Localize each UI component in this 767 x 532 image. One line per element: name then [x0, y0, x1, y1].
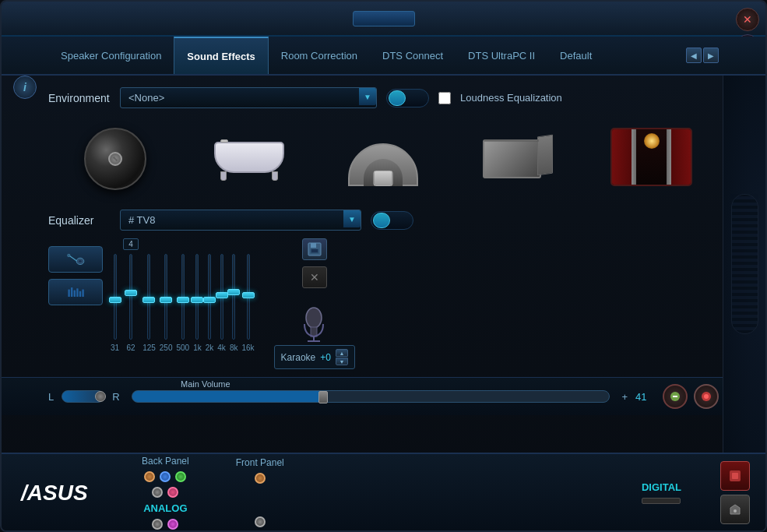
svg-point-24 [734, 509, 737, 513]
back-panel-connectors-top [144, 471, 186, 482]
tab-room-correction[interactable]: Room Correction [269, 37, 370, 74]
asus-logo: /ASUS [17, 475, 118, 509]
front-panel-label: Front Panel [236, 457, 284, 468]
eq-left-buttons [48, 246, 103, 305]
loudness-checkbox[interactable] [438, 92, 451, 104]
back-connector-2[interactable] [160, 471, 171, 482]
bottom-panel: /ASUS Back Panel ANALOG [2, 453, 765, 530]
volume-thumb[interactable] [318, 391, 328, 403]
main-volume-slider[interactable] [132, 390, 610, 403]
eq-slider-500[interactable] [181, 254, 185, 340]
env-icon-vinyl[interactable] [72, 128, 158, 190]
tab-default[interactable]: Default [547, 37, 604, 74]
env-icon-theater[interactable] [609, 128, 695, 190]
environment-row: Environment <None> ▼ Loudness Equalizati… [48, 87, 719, 108]
eq-freq-62: 62 [127, 344, 135, 352]
eq-slider-31[interactable] [114, 254, 117, 340]
eq-save-button[interactable] [302, 238, 327, 260]
karaoke-value: +0 [320, 352, 331, 363]
nav-next-button[interactable]: ▶ [703, 48, 719, 63]
svg-point-1 [79, 259, 83, 262]
content-area: Environment <None> ▼ Loudness Equalizati… [2, 76, 765, 377]
eq-value-62: 4 [123, 238, 139, 250]
eq-freq-2k: 2k [206, 344, 214, 352]
nav-prev-button[interactable]: ◀ [686, 48, 702, 63]
tab-speaker-config[interactable]: Speaker Configuration [48, 37, 174, 74]
eq-band-1k: 1k [193, 254, 202, 352]
karaoke-down-button[interactable]: ▼ [336, 358, 348, 365]
svg-rect-4 [68, 289, 69, 297]
eq-slider-16k[interactable] [247, 254, 250, 340]
tab-dts-connect[interactable]: DTS Connect [370, 37, 456, 74]
back-connector-3[interactable] [175, 471, 186, 482]
right-speaker-decoration [723, 76, 765, 453]
digital-port[interactable] [642, 498, 681, 504]
eq-delete-button[interactable]: ✕ [302, 266, 327, 288]
front-panel-connectors [255, 473, 266, 484]
eq-slider-8k[interactable] [232, 254, 235, 340]
eq-slider-1k[interactable] [195, 254, 199, 340]
back-panel-connectors-bottom [152, 487, 178, 498]
front-connector-2[interactable] [255, 516, 266, 527]
eq-right-section: ✕ Karaoke +0 [274, 238, 355, 369]
mute-button[interactable] [663, 384, 688, 409]
environment-dropdown-arrow[interactable]: ▼ [359, 88, 376, 105]
eq-band-8k: 8k [230, 254, 238, 352]
back-connector-5[interactable] [167, 487, 178, 498]
front-connector-1[interactable] [255, 473, 266, 484]
balance-slider-left[interactable] [62, 390, 104, 403]
environment-toggle[interactable] [386, 89, 429, 107]
eq-freq-1k: 1k [193, 344, 202, 352]
speaker-grille [731, 194, 758, 334]
eq-band-2k: 2k [206, 254, 214, 352]
eq-sliders-wrapper: 31 4 62 125 [111, 238, 255, 352]
tab-sound-effects[interactable]: Sound Effects [174, 37, 268, 74]
nav-tabs: Speaker Configuration Sound Effects Room… [2, 37, 765, 76]
karaoke-up-button[interactable]: ▲ [336, 349, 348, 357]
eq-slider-250[interactable] [164, 254, 167, 340]
eq-slider-4k[interactable] [220, 254, 223, 340]
equalizer-dropdown-arrow[interactable]: ▼ [343, 210, 361, 227]
back-connector-4[interactable] [152, 487, 163, 498]
equalizer-toggle[interactable] [371, 211, 413, 230]
close-button[interactable]: ✕ [736, 8, 759, 31]
record-button[interactable] [694, 384, 719, 409]
analog-connector-1[interactable] [152, 519, 163, 530]
env-icon-arena[interactable] [340, 128, 426, 190]
eq-slider-125[interactable] [147, 254, 150, 340]
equalizer-value: # TV8 [128, 214, 155, 226]
loudness-label: Loudness Equalization [460, 92, 562, 104]
analog-connector-2[interactable] [167, 519, 178, 530]
guitar-button[interactable] [48, 246, 103, 273]
volume-right-label: R [112, 391, 119, 403]
eq-slider-2k[interactable] [208, 254, 211, 340]
equalizer-preset-button[interactable] [48, 279, 103, 305]
panel-button-1[interactable] [720, 461, 750, 491]
env-icon-bathtub[interactable] [206, 128, 292, 190]
eq-sliders: 31 4 62 125 [111, 238, 255, 352]
environment-label: Environment [48, 92, 111, 104]
nav-arrows: ◀ ▶ [686, 48, 719, 63]
eq-freq-250: 250 [160, 344, 173, 352]
eq-freq-4k: 4k [217, 344, 226, 352]
tab-dts-ultrapc[interactable]: DTS UltraPC II [456, 37, 547, 74]
svg-rect-11 [311, 243, 316, 248]
back-connector-1[interactable] [144, 471, 155, 482]
svg-text:/ASUS: /ASUS [19, 481, 88, 505]
env-icon-monitor[interactable] [475, 128, 561, 190]
eq-slider-62[interactable] [129, 254, 132, 340]
panel-button-2[interactable] [720, 495, 750, 524]
karaoke-section: Karaoke +0 ▲ ▼ [274, 302, 355, 369]
svg-rect-13 [311, 249, 318, 252]
eq-band-500: 500 [177, 254, 190, 352]
equalizer-dropdown[interactable]: # TV8 ▼ [120, 210, 361, 231]
front-panel: Front Panel [236, 457, 284, 527]
svg-rect-7 [76, 288, 78, 297]
digital-label: DIGITAL [642, 481, 681, 493]
karaoke-control: Karaoke +0 ▲ ▼ [274, 345, 355, 369]
delete-icon: ✕ [310, 271, 319, 284]
analog-label: ANALOG [143, 502, 187, 514]
balance-thumb[interactable] [95, 391, 106, 402]
environment-dropdown[interactable]: <None> ▼ [120, 87, 377, 108]
svg-rect-8 [79, 291, 81, 297]
